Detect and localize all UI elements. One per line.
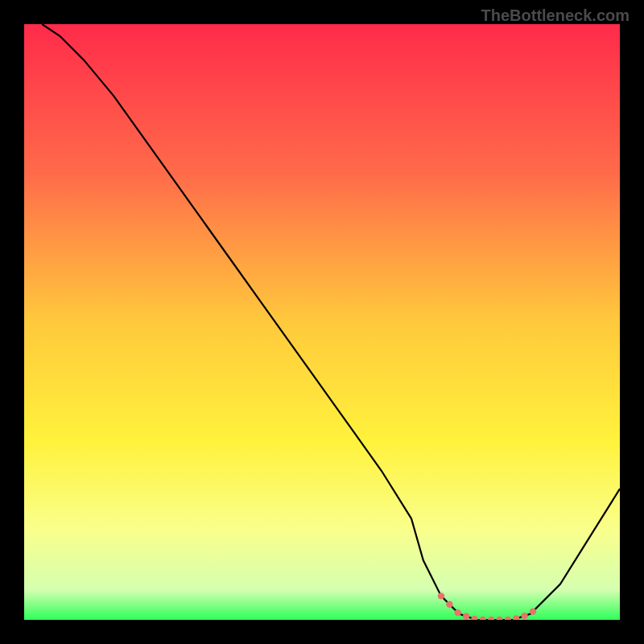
bottleneck-curve [24,24,620,620]
watermark-text: TheBottleneck.com [481,6,630,25]
svg-point-8 [496,617,502,620]
svg-point-10 [513,615,519,620]
svg-point-1 [438,592,444,599]
svg-point-7 [488,617,494,620]
svg-point-4 [463,613,469,619]
svg-point-12 [530,608,536,614]
svg-point-2 [446,601,452,608]
svg-point-11 [521,613,527,619]
svg-point-3 [455,609,461,616]
svg-point-5 [471,616,477,620]
plot-area [24,24,620,620]
svg-point-6 [480,617,486,620]
svg-point-9 [505,617,511,620]
